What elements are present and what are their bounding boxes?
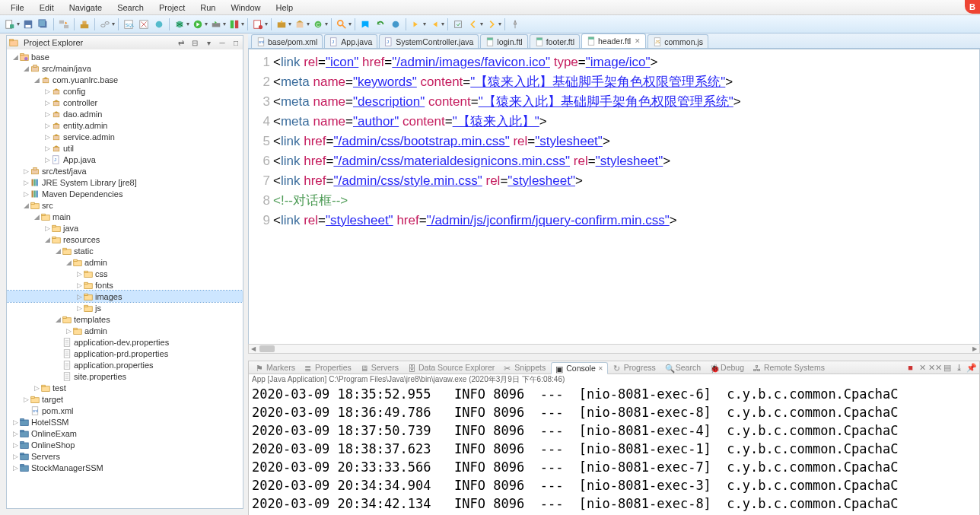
link-with-editor-icon[interactable]: ⇄ <box>176 37 186 48</box>
tree-node[interactable]: ▷HotelSSM <box>7 416 243 428</box>
tree-node[interactable]: ▷test <box>7 382 243 393</box>
menu-navigate[interactable]: Navigate <box>62 2 110 14</box>
menu-project[interactable]: Project <box>151 2 192 14</box>
code-line[interactable]: 5<link href="/admin/css/bootstrap.min.cs… <box>249 132 979 151</box>
menu-file[interactable]: File <box>3 2 32 14</box>
ext-tools-icon[interactable] <box>251 17 265 31</box>
tree-node[interactable]: ▷StockManagerSSM <box>7 462 243 473</box>
tree-node[interactable]: ◢main <box>7 211 243 222</box>
menu-help[interactable]: Help <box>269 2 301 14</box>
tree-node[interactable]: ◢static <box>7 245 243 256</box>
editor-tab[interactable]: footer.ftl <box>530 34 580 48</box>
console-tab-progress[interactable]: ↻Progress <box>609 362 660 373</box>
minimize-icon[interactable]: ─ <box>217 37 228 48</box>
tree-node[interactable]: ◢templates <box>7 313 243 325</box>
next-annotation-icon[interactable] <box>409 17 423 31</box>
last-edit-icon[interactable] <box>451 17 465 31</box>
coverage-icon[interactable] <box>228 17 241 31</box>
tree-node[interactable]: ▷JApp.java <box>7 154 243 165</box>
tree-node[interactable]: ▷Servers <box>7 450 243 462</box>
new-package-icon[interactable] <box>293 17 307 31</box>
back-icon[interactable] <box>466 17 480 31</box>
tree-node[interactable]: ▷js <box>7 302 243 313</box>
tree-node[interactable]: application-dev.properties <box>7 336 243 348</box>
tree-node[interactable]: ▷src/test/java <box>7 165 243 176</box>
prev-annotation-icon[interactable] <box>428 17 441 31</box>
run-icon[interactable] <box>191 17 205 31</box>
editor-tab[interactable]: header.ftl✕ <box>581 33 646 48</box>
tree-node[interactable]: application.properties <box>7 359 243 370</box>
menu-search[interactable]: Search <box>110 2 151 14</box>
tree-node[interactable]: ▷service.admin <box>7 131 243 142</box>
tree-node[interactable]: ▷css <box>7 268 243 279</box>
maximize-icon[interactable]: □ <box>231 37 241 48</box>
code-editor[interactable]: 1<link rel="icon" href="/admin/images/fa… <box>248 49 980 350</box>
build-icon[interactable] <box>78 17 91 31</box>
remove-all-icon[interactable]: ✕✕ <box>930 363 940 373</box>
tree-node[interactable]: ▷JRE System Library [jre8] <box>7 176 243 188</box>
menu-window[interactable]: Window <box>223 2 268 14</box>
tree-node[interactable]: ◢admin <box>7 256 243 268</box>
search-icon[interactable] <box>335 17 348 31</box>
editor-tab[interactable]: JApp.java <box>324 34 377 48</box>
console-tab-servers[interactable]: 🖥Servers <box>357 362 402 373</box>
code-line[interactable]: 8<!--对话框--> <box>249 191 979 211</box>
new-wizard-icon[interactable] <box>275 17 288 31</box>
tree-node[interactable]: ▷java <box>7 222 243 234</box>
scrapbook-icon[interactable] <box>137 17 151 31</box>
editor-tab[interactable]: xmlbase/pom.xml <box>251 34 323 48</box>
console-tab-remote-systems[interactable]: 🖧Remote Systems <box>749 362 829 373</box>
code-line[interactable]: 2<meta name="keywords" content="【猿来入此】基础… <box>249 72 979 92</box>
close-icon[interactable]: ✕ <box>598 365 603 372</box>
tree-node[interactable]: ▷dao.admin <box>7 108 243 119</box>
tree-node[interactable]: ◢com.yuanlrc.base <box>7 74 243 85</box>
tree-node[interactable]: ▷config <box>7 85 243 97</box>
editor-tab[interactable]: JSystemController.java <box>379 34 479 48</box>
editor-horizontal-scrollbar[interactable]: ◀▶ <box>248 344 980 354</box>
tree-node[interactable]: ▷OnlineExam <box>7 428 243 439</box>
code-line[interactable]: 1<link rel="icon" href="/admin/images/fa… <box>249 52 979 72</box>
console-output[interactable]: 2020-03-09 18:35:52.955 INFO 8096 --- [n… <box>248 385 980 515</box>
tree-node[interactable]: ▷target <box>7 393 243 405</box>
console-tab-search[interactable]: 🔍Search <box>661 362 705 373</box>
scroll-lock-icon[interactable]: ⤓ <box>954 363 964 373</box>
status-icon[interactable] <box>152 17 166 31</box>
close-icon[interactable]: ✕ <box>635 37 641 45</box>
tree-node[interactable]: ▷controller <box>7 97 243 108</box>
forward-icon[interactable] <box>485 17 498 31</box>
pin-icon[interactable] <box>508 17 522 31</box>
project-explorer-tree[interactable]: ◢base◢src/main/java◢com.yuanlrc.base▷con… <box>6 49 243 509</box>
code-line[interactable]: 4<meta name="author" content="【猿来入此】"> <box>249 112 979 132</box>
editor-tab[interactable]: JScommon.js <box>648 34 708 48</box>
console-tab-data-source-explorer[interactable]: 🗄Data Source Explorer <box>404 362 498 373</box>
tree-node[interactable]: ▷entity.admin <box>7 119 243 131</box>
new-class-icon[interactable]: C <box>311 17 325 31</box>
save-all-icon[interactable] <box>37 17 50 31</box>
terminate-icon[interactable]: ■ <box>905 363 915 373</box>
tree-node[interactable]: ▷Maven Dependencies <box>7 188 243 199</box>
console-tab-snippets[interactable]: ✂Snippets <box>500 362 549 373</box>
menu-run[interactable]: Run <box>192 2 223 14</box>
editor-tab[interactable]: login.ftl <box>480 34 527 48</box>
switch-editor-icon[interactable] <box>57 17 71 31</box>
tree-node[interactable]: ▷util <box>7 142 243 154</box>
clear-console-icon[interactable]: ▤ <box>942 363 952 373</box>
refresh-icon[interactable] <box>374 17 387 31</box>
code-line[interactable]: 3<meta name="description" content="【猿来入此… <box>249 92 979 112</box>
tree-node[interactable]: ◢src/main/java <box>7 62 243 74</box>
console-tab-console[interactable]: ▣Console ✕ <box>551 362 608 374</box>
breakpoint-icon[interactable] <box>389 17 402 31</box>
tree-node[interactable]: ◢src <box>7 199 243 211</box>
menu-edit[interactable]: Edit <box>32 2 62 14</box>
save-icon[interactable] <box>21 17 35 31</box>
tree-node[interactable]: ◢base <box>7 51 243 62</box>
new-icon[interactable] <box>3 17 17 31</box>
run-server-icon[interactable] <box>209 17 223 31</box>
remove-launch-icon[interactable]: ✕ <box>918 363 928 373</box>
view-menu-icon[interactable]: ▾ <box>203 37 214 48</box>
tree-node[interactable]: ◢resources <box>7 234 243 245</box>
tree-node[interactable]: application-prd.properties <box>7 348 243 359</box>
tree-node[interactable]: ▷fonts <box>7 279 243 291</box>
tree-node[interactable]: ▷admin <box>7 325 243 336</box>
console-tab-markers[interactable]: ⚑Markers <box>252 362 299 373</box>
